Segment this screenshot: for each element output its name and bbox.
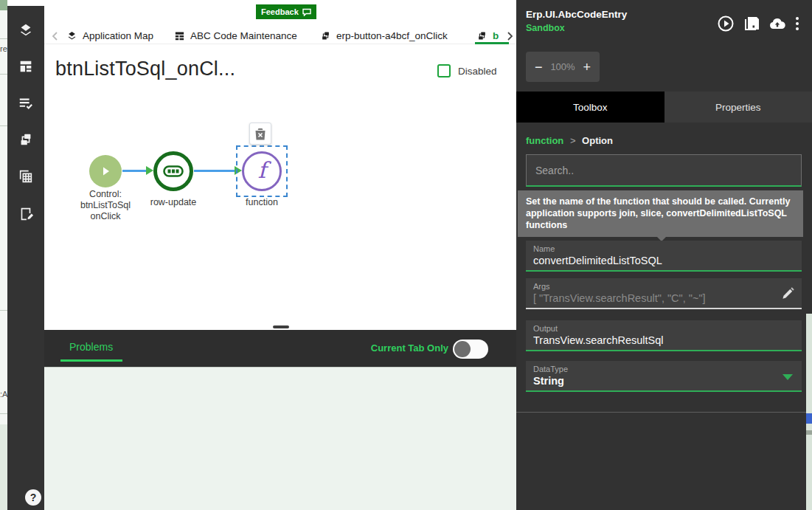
tab-btnlisttosql-onclick-partial[interactable]: b <box>476 30 499 41</box>
chat-icon <box>302 8 311 16</box>
page-title: btnListToSql_onCl... <box>55 58 235 80</box>
node-row-update[interactable] <box>153 151 193 191</box>
flow-icon[interactable] <box>18 131 34 148</box>
publish-cloud-icon[interactable] <box>768 15 786 32</box>
doc-edit-icon[interactable] <box>18 206 34 222</box>
divider <box>0 38 7 39</box>
flow-canvas[interactable]: btnListToSql_onCl... Disabled Control: b… <box>44 44 516 330</box>
panel-tabs: Toolbox Properties <box>516 92 812 123</box>
scrollbar-mark-blue <box>806 413 812 424</box>
field-name[interactable]: Name convertDelimitedListToSQL <box>526 241 802 272</box>
chevron-right-icon[interactable] <box>506 31 515 41</box>
disabled-checkbox[interactable] <box>437 64 451 77</box>
list-check-icon[interactable] <box>18 94 34 111</box>
node-label: row-update <box>136 197 210 208</box>
node-label-line: btnListToSql <box>69 200 142 211</box>
problems-panel-body <box>44 367 516 510</box>
tab-application-map[interactable]: Application Map <box>66 30 153 41</box>
node-label: function <box>225 197 299 208</box>
page-layout-icon[interactable] <box>18 58 34 75</box>
tab-label: b <box>493 30 499 41</box>
divider <box>0 413 7 414</box>
problems-panel-bar: Problems Current Tab Only <box>44 330 516 367</box>
breadcrumb-current: Option <box>582 135 613 146</box>
delete-node-button[interactable] <box>249 123 271 145</box>
field-value[interactable]: String <box>533 375 794 387</box>
edit-pencil-icon[interactable] <box>781 286 795 300</box>
flow-edge <box>122 170 147 172</box>
tab-label: erp-button-a4bcf_onClick <box>336 30 448 41</box>
flow-icon <box>320 30 331 41</box>
tab-label: Application Map <box>83 30 153 41</box>
disabled-label: Disabled <box>458 66 497 77</box>
arrowhead-icon <box>146 166 153 175</box>
left-icon-rail: ? <box>7 6 44 510</box>
background-text-fragment: re <box>0 44 7 53</box>
background-green-footer <box>0 424 7 510</box>
breadcrumb-separator: > <box>566 135 580 146</box>
tab-toolbox[interactable]: Toolbox <box>516 92 664 123</box>
background-text-fragment: :A <box>0 390 7 399</box>
feedback-label: Feedback <box>261 7 299 16</box>
tab-abc-code-maintenance[interactable]: ABC Code Maintenance <box>174 30 297 41</box>
field-label: Output <box>533 324 794 333</box>
divider <box>0 125 7 126</box>
field-label: Name <box>533 244 794 253</box>
row-update-icon <box>163 165 184 177</box>
field-label: DataType <box>533 365 794 373</box>
divider <box>516 412 812 413</box>
node-control-trigger[interactable] <box>89 155 122 187</box>
run-icon[interactable] <box>717 15 735 32</box>
node-label: Control: btnListToSql onClick <box>69 189 142 222</box>
environment-badge: Sandbox <box>526 23 565 33</box>
play-icon <box>99 165 112 178</box>
menu-kebab-icon[interactable] <box>794 15 800 32</box>
function-glyph: f <box>257 157 266 183</box>
current-tab-only-label: Current Tab Only <box>371 342 448 354</box>
field-args[interactable]: Args [ "TransView.searchResult", "C", "~… <box>526 278 802 309</box>
breadcrumb-parent[interactable]: function <box>526 135 563 146</box>
zoom-control: − 100% + <box>526 52 600 82</box>
table-icon <box>174 30 185 41</box>
flow-icon <box>476 30 487 41</box>
grid-copy-icon[interactable] <box>18 168 34 185</box>
tab-erp-button-onclick[interactable]: erp-button-a4bcf_onClick <box>320 30 448 41</box>
node-label-line: Control: <box>69 189 142 200</box>
field-output[interactable]: Output TransView.searchResultSql <box>526 320 802 351</box>
toggle-knob <box>454 341 471 357</box>
divider <box>0 74 7 75</box>
dropdown-caret-icon[interactable] <box>782 374 793 380</box>
tooltip: Set the name of the function that should… <box>518 190 803 237</box>
zoom-out-button[interactable]: − <box>535 61 543 74</box>
help-icon[interactable]: ? <box>25 489 41 506</box>
scrollbar-mark-gray <box>806 430 812 435</box>
app-title: Erp.UI.AbcCodeEntry <box>526 9 627 20</box>
tab-label: ABC Code Maintenance <box>190 30 297 41</box>
search-input[interactable] <box>526 154 802 187</box>
save-icon[interactable] <box>743 15 760 32</box>
field-value: [ "TransView.searchResult", "C", "~"] <box>533 292 794 304</box>
trash-icon <box>254 128 266 140</box>
field-datatype[interactable]: DataType String <box>526 361 802 392</box>
zoom-in-button[interactable]: + <box>583 61 591 74</box>
field-value[interactable]: convertDelimitedListToSQL <box>533 255 794 266</box>
tab-problems[interactable]: Problems <box>69 341 113 353</box>
flow-edge <box>194 170 235 172</box>
layers-icon[interactable] <box>18 22 34 38</box>
app-root: re :A ? <box>0 0 812 510</box>
zoom-level: 100% <box>550 61 575 72</box>
chevron-left-icon[interactable] <box>50 31 59 41</box>
divider <box>0 310 7 311</box>
panel-resize-handle[interactable] <box>273 325 289 328</box>
breadcrumb: function > Option <box>526 135 613 146</box>
feedback-button[interactable]: Feedback <box>256 4 316 19</box>
scrollbar[interactable] <box>806 314 812 510</box>
tab-properties[interactable]: Properties <box>664 92 812 123</box>
problems-tab-underline <box>60 359 122 362</box>
node-function[interactable]: f <box>242 151 282 191</box>
current-tab-only-toggle[interactable] <box>453 340 488 359</box>
field-label: Args <box>533 282 794 291</box>
background-window-edge: re :A <box>0 0 7 510</box>
layers-icon <box>66 30 77 41</box>
field-value[interactable]: TransView.searchResultSql <box>533 334 794 346</box>
